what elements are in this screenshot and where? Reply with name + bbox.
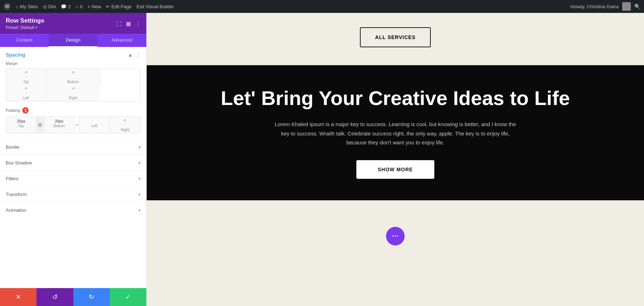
- panel-title-group: Row Settings Preset: Default ▾: [6, 17, 44, 30]
- bubbles-menu[interactable]: ○ 0: [76, 4, 83, 9]
- more-icon[interactable]: ⋮: [135, 20, 141, 27]
- spacing-menu-icon[interactable]: ⋮: [136, 52, 141, 58]
- save-button[interactable]: ✓: [110, 288, 146, 306]
- margin-right-cell: ⇌ Right: [46, 85, 100, 101]
- spacing-section-header: Spacing ▲ ⋮: [0, 47, 146, 61]
- margin-top-label: Top: [23, 80, 29, 85]
- panel-body: Spacing ▲ ⋮ Margin ⇌ Top: [0, 47, 146, 288]
- tab-content[interactable]: Content: [0, 34, 49, 47]
- my-sites-label: My Sites: [20, 4, 38, 9]
- padding-bottom-label: Bottom: [54, 124, 65, 129]
- animation-label: Animation: [6, 207, 26, 213]
- margin-group: Margin ⇌ Top ⇌: [0, 61, 146, 107]
- padding-right-input[interactable]: [111, 122, 139, 128]
- tab-design[interactable]: Design: [49, 34, 97, 47]
- main-layout: Row Settings Preset: Default ▾ ⛶ ▦ ⋮ Con…: [0, 13, 644, 306]
- box-shadow-chevron-icon: ▾: [138, 161, 141, 166]
- padding-input-group: Top ⛓ Bottom ⇌ Left: [6, 116, 141, 133]
- show-more-label: SHOW MORE: [378, 167, 413, 172]
- margin-left-label: Left: [23, 96, 29, 101]
- canvas: ALL SERVICES Let' Bring Your Creative Id…: [147, 13, 644, 306]
- margin-left-input[interactable]: [8, 90, 44, 96]
- margin-top-link-icon: ⇌: [25, 70, 28, 74]
- margin-right-label: Right: [69, 96, 77, 101]
- undo-icon: ↺: [52, 293, 58, 301]
- transform-section[interactable]: Transform ▾: [0, 186, 146, 202]
- canvas-top-section: ALL SERVICES: [147, 13, 644, 65]
- padding-top-label: Top: [18, 124, 24, 129]
- save-icon: ✓: [125, 293, 131, 301]
- panel-header: Row Settings Preset: Default ▾ ⛶ ▦ ⋮: [0, 13, 146, 34]
- edit-page-label: Edit Page: [111, 4, 131, 9]
- margin-left-link-row: ⇌: [25, 86, 28, 90]
- all-services-label: ALL SERVICES: [375, 34, 415, 40]
- spacing-collapse-icon[interactable]: ▲: [128, 52, 133, 58]
- margin-bottom-link-row: ⇌: [72, 70, 74, 74]
- panel-title: Row Settings: [6, 17, 44, 24]
- my-sites-menu[interactable]: ⌂ My Sites: [16, 4, 38, 9]
- new-menu[interactable]: + New: [88, 4, 101, 9]
- wordpress-icon[interactable]: W: [4, 3, 11, 10]
- cancel-button[interactable]: ✕: [0, 288, 36, 306]
- box-shadow-section[interactable]: Box Shadow ▾: [0, 155, 146, 171]
- border-chevron-icon: ▾: [138, 145, 141, 150]
- spacing-controls: ▲ ⋮: [128, 52, 141, 58]
- padding-divider-icon: ⇌: [75, 123, 78, 127]
- margin-top-input[interactable]: [8, 74, 44, 80]
- undo-button[interactable]: ↺: [36, 288, 73, 306]
- chain-icon: ⛓: [38, 123, 42, 128]
- margin-right-link-row: ⇌: [72, 86, 75, 90]
- expand-icon[interactable]: ⛶: [116, 21, 122, 27]
- margin-top-cell: ⇌ Top: [6, 69, 46, 85]
- cancel-icon: ✕: [16, 293, 21, 301]
- comments-menu[interactable]: 💬 2: [61, 4, 70, 9]
- box-shadow-label: Box Shadow: [6, 160, 32, 166]
- bubble-count: 0: [80, 4, 82, 9]
- panel-header-icons: ⛶ ▦ ⋮: [116, 20, 141, 27]
- border-section[interactable]: Border ▾: [0, 139, 146, 155]
- all-services-button[interactable]: ALL SERVICES: [360, 27, 430, 47]
- comment-count: 2: [68, 4, 70, 9]
- margin-left-cell: ⇌ Left: [6, 85, 46, 101]
- redo-button[interactable]: ↻: [73, 288, 110, 306]
- padding-left-input[interactable]: [81, 118, 108, 124]
- exit-builder-button[interactable]: Exit Visual Builder: [137, 4, 174, 9]
- animation-section[interactable]: Animation ▾: [0, 202, 146, 218]
- exit-builder-label: Exit Visual Builder: [137, 4, 174, 9]
- search-icon[interactable]: 🔍: [634, 4, 640, 9]
- padding-right-cell: ⇌ Right: [110, 117, 140, 133]
- padding-top-input[interactable]: [8, 118, 35, 124]
- margin-top-link-row: ⇌: [25, 70, 28, 74]
- padding-right-label: Right: [121, 128, 129, 133]
- filters-section[interactable]: Filters ▾: [0, 171, 146, 186]
- padding-label: Padding: [6, 108, 20, 113]
- padding-left-cell: Left: [79, 117, 110, 133]
- avatar[interactable]: [622, 2, 631, 11]
- canvas-bottom-section: ···: [147, 200, 644, 272]
- margin-bottom-input[interactable]: [48, 74, 98, 80]
- edit-page-button[interactable]: ✏ Edit Page: [106, 4, 131, 9]
- padding-header-row: Padding 1: [0, 107, 146, 116]
- margin-right-link-icon: ⇌: [72, 86, 75, 90]
- tab-advanced[interactable]: Advanced: [98, 34, 146, 47]
- margin-divider: [100, 69, 140, 85]
- padding-bottom-cell: Bottom: [44, 117, 74, 133]
- margin-left-link-icon: ⇌: [25, 86, 28, 90]
- show-more-button[interactable]: SHOW MORE: [356, 160, 434, 179]
- padding-left-label: Left: [91, 124, 97, 129]
- panel-preset: Preset: Default: [6, 25, 34, 30]
- dark-body: Lorem Khaled Ipsum is a major key to suc…: [274, 120, 517, 147]
- purple-dots-button[interactable]: ···: [386, 227, 405, 245]
- panel-preset-row[interactable]: Preset: Default ▾: [6, 24, 44, 30]
- purple-dots-icon: ···: [392, 232, 399, 240]
- new-label: New: [92, 4, 101, 9]
- preset-chevron-icon: ▾: [35, 25, 37, 29]
- padding-bottom-input[interactable]: [45, 118, 73, 124]
- canvas-dark-section: Let' Bring Your Creative Ideas to Life L…: [147, 65, 644, 200]
- layout-icon[interactable]: ▦: [126, 20, 131, 27]
- divi-label: Divi: [48, 4, 56, 9]
- margin-right-input[interactable]: [48, 90, 99, 96]
- divi-menu[interactable]: ◎ Divi: [43, 4, 56, 9]
- transform-chevron-icon: ▾: [138, 192, 141, 197]
- padding-link-icon[interactable]: ⛓: [36, 117, 44, 133]
